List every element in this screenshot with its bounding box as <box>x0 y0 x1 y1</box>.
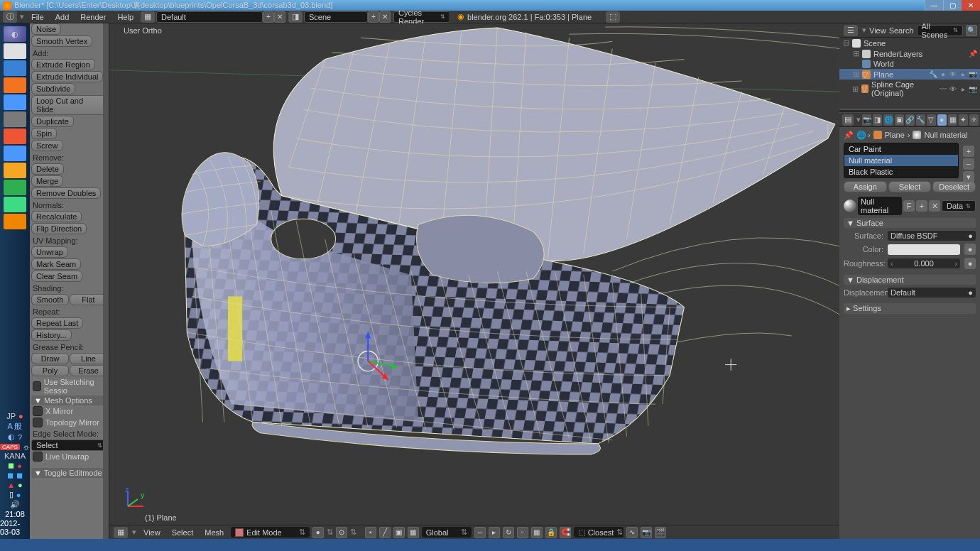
snap-toggle-icon[interactable]: 🧲 <box>560 527 571 538</box>
taskbar-item[interactable] <box>4 43 26 59</box>
menu-render[interactable]: Render <box>75 13 111 21</box>
check-topology-mirror[interactable]: Topology Mirror <box>30 417 109 428</box>
snap-target-icon[interactable]: ∿ <box>626 527 638 538</box>
material-browse-icon[interactable] <box>844 200 856 212</box>
screen-layout-dropdown[interactable]: Default <box>156 11 263 23</box>
unlink-material-icon[interactable]: ✕ <box>929 200 940 212</box>
tool-gp-draw[interactable]: Draw <box>31 353 69 364</box>
clock-date[interactable]: 2012-03-03 <box>0 519 30 536</box>
taskbar-item[interactable] <box>4 180 26 195</box>
back-to-previous-icon[interactable]: ⬚ <box>606 11 620 23</box>
render-engine-dropdown[interactable]: Cycles Render⇅ <box>393 11 450 23</box>
tool-history[interactable]: History... <box>31 329 72 341</box>
editor-type-properties-icon[interactable]: ▤ <box>842 114 854 126</box>
material-icon[interactable]: ● <box>939 70 947 79</box>
tab-physics[interactable]: ⚛ <box>969 114 979 126</box>
tool-recalculate[interactable]: Recalculate <box>31 211 82 222</box>
fake-user-button[interactable]: F <box>903 200 915 212</box>
layers-icon[interactable]: ▦ <box>531 527 543 538</box>
roughness-field[interactable]: 0.000 <box>888 258 960 268</box>
panel-mesh-options[interactable]: ▼ Mesh Options <box>31 395 107 405</box>
curve-data-icon[interactable]: 〰 <box>939 84 947 93</box>
tab-texture[interactable]: ▦ <box>948 114 957 126</box>
color-input-node-icon[interactable]: ● <box>964 244 976 255</box>
scene-dropdown[interactable]: Scene <box>304 11 368 23</box>
tool-shade-flat[interactable]: Flat <box>70 294 107 305</box>
add-slot-icon[interactable]: + <box>963 146 974 157</box>
slot-specials-icon[interactable]: ▾ <box>963 171 974 182</box>
tool-delete[interactable]: Delete <box>31 163 64 175</box>
pin-icon[interactable]: 📌 <box>969 50 977 58</box>
material-slot[interactable]: Null material <box>844 155 958 166</box>
tool-spin[interactable]: Spin <box>31 128 57 139</box>
roughness-input-node-icon[interactable]: ● <box>964 258 976 269</box>
editor-type-3dview-icon[interactable]: ▦ <box>114 527 128 538</box>
add-layout-icon[interactable]: + <box>263 11 274 23</box>
editor-type-info-icon[interactable]: ⓘ <box>3 11 17 23</box>
edge-select-mode-dropdown[interactable]: Select⇅ <box>31 440 107 451</box>
snap-element-dropdown[interactable]: ⬚Closest⇅ <box>574 527 624 538</box>
tool-clear-seam[interactable]: Clear Seam <box>31 271 82 282</box>
tool-screw[interactable]: Screw <box>31 140 63 151</box>
taskbar-item[interactable] <box>4 214 26 229</box>
tab-scene[interactable]: ◨ <box>873 114 882 126</box>
tool-extrude-region[interactable]: Extrude Region <box>31 59 95 70</box>
tab-material[interactable]: ● <box>937 114 947 126</box>
tab-world[interactable]: 🌐 <box>883 114 893 126</box>
tab-render[interactable]: 📷 <box>862 114 871 126</box>
clock-time[interactable]: 21:08 <box>5 510 25 518</box>
taskbar-item[interactable] <box>4 163 26 178</box>
remove-slot-icon[interactable]: − <box>963 158 974 170</box>
lock-camera-icon[interactable]: 🔒 <box>545 527 557 538</box>
section-displacement[interactable]: ▼ Displacement <box>844 275 976 285</box>
filter-icon[interactable]: 🔍 <box>966 25 977 36</box>
material-assign[interactable]: Assign <box>844 181 887 192</box>
material-slot[interactable]: Car Paint <box>844 143 958 155</box>
orientation-dropdown[interactable]: Global⇅ <box>422 527 472 538</box>
ime-mode[interactable]: A 般 <box>8 421 23 432</box>
scene-browse-icon[interactable]: ◨ <box>288 11 303 23</box>
tool-extrude-individual[interactable]: Extrude Individual <box>31 71 103 82</box>
3d-viewport[interactable]: User Ortho <box>109 23 839 539</box>
taskbar-item[interactable] <box>4 129 26 144</box>
taskbar-item[interactable] <box>4 111 26 127</box>
tab-constraints[interactable]: 🔗 <box>905 114 915 126</box>
tool-loopcut[interactable]: Loop Cut and Slide <box>31 95 107 115</box>
material-slot-list[interactable]: Car Paint Null material Black Plastic <box>844 143 959 178</box>
tool-noise[interactable]: Noise <box>31 23 61 35</box>
tool-smooth-vertex[interactable]: Smooth Vertex <box>31 36 92 47</box>
mode-dropdown[interactable]: Edit Mode⇅ <box>231 527 310 538</box>
delete-scene-icon[interactable]: ✕ <box>379 11 391 23</box>
pin-icon[interactable]: 📌 <box>844 131 854 140</box>
outliner-display-mode[interactable]: All Scenes⇅ <box>917 25 963 36</box>
material-deselect[interactable]: Deselect <box>932 181 976 192</box>
delete-layout-icon[interactable]: ✕ <box>274 11 285 23</box>
taskbar-item[interactable] <box>4 60 26 76</box>
taskbar-item[interactable] <box>4 94 26 110</box>
collapse-icon[interactable]: ▾ <box>20 12 24 21</box>
select-face-icon[interactable]: ▣ <box>393 527 405 538</box>
displacement-dropdown[interactable]: Default● <box>888 288 976 298</box>
tool-duplicate[interactable]: Duplicate <box>31 116 74 127</box>
material-link-dropdown[interactable]: Data⇅ <box>942 200 976 212</box>
material-name-field[interactable]: Null material <box>858 197 902 215</box>
panel-toggle-editmode[interactable]: ▼ Toggle Editmode <box>31 468 107 478</box>
tool-gp-poly[interactable]: Poly <box>31 365 69 376</box>
new-material-icon[interactable]: + <box>916 200 927 212</box>
material-slot[interactable]: Black Plastic <box>844 166 958 178</box>
tool-gp-erase[interactable]: Erase <box>70 365 107 376</box>
section-surface[interactable]: ▼ Surface <box>844 218 976 228</box>
scrollbar[interactable] <box>103 23 109 539</box>
tool-flip-direction[interactable]: Flip Direction <box>31 223 87 234</box>
material-select[interactable]: Select <box>888 181 932 192</box>
opengl-anim-icon[interactable]: 🎬 <box>655 527 666 538</box>
taskbar-item[interactable] <box>4 77 26 93</box>
menu-help[interactable]: Help <box>111 13 139 21</box>
surface-shader-dropdown[interactable]: Diffuse BSDF● <box>888 231 976 241</box>
manipulator-toggle-icon[interactable]: ↔ <box>474 527 486 538</box>
tool-subdivide[interactable]: Subdivide <box>31 83 75 94</box>
manip-scale-icon[interactable]: ▫ <box>517 527 528 538</box>
tool-remove-doubles[interactable]: Remove Doubles <box>31 187 101 199</box>
tab-modifiers[interactable]: 🔧 <box>916 114 925 126</box>
opengl-render-icon[interactable]: 📷 <box>641 527 652 538</box>
